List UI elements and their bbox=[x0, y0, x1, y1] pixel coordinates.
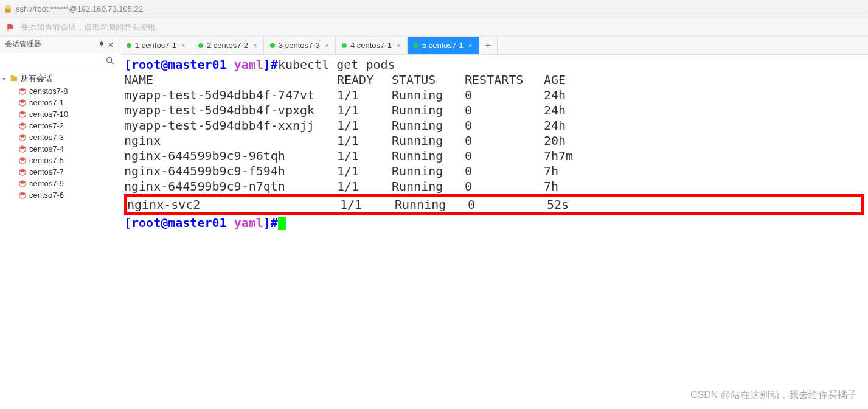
status-dot-icon bbox=[198, 43, 203, 48]
cell-restarts: 0 bbox=[468, 197, 547, 212]
cell-name: nginx-644599b9c9-96tqh bbox=[124, 149, 337, 164]
table-row: nginx-644599b9c9-96tqh1/1Running07h7m bbox=[124, 149, 864, 164]
status-dot-icon bbox=[270, 43, 275, 48]
cell-age: 24h bbox=[544, 118, 864, 133]
tab[interactable]: 4 centos7-1× bbox=[336, 37, 408, 54]
session-icon bbox=[18, 145, 27, 153]
tab-bar: 1 centos7-1×2 centos7-2×3 centos7-3×4 ce… bbox=[120, 37, 868, 55]
cell-ready: 1/1 bbox=[337, 164, 392, 179]
tab-close-icon[interactable]: × bbox=[325, 41, 329, 50]
cell-status: Running bbox=[392, 133, 465, 149]
session-label: centos7-4 bbox=[29, 144, 64, 153]
tab[interactable]: 5 centos7-1× bbox=[408, 37, 479, 54]
session-label: centso7-6 bbox=[29, 191, 64, 200]
session-item[interactable]: censtos7-8 bbox=[0, 85, 120, 97]
cell-status: Running bbox=[392, 164, 465, 179]
tree-root[interactable]: ▾ 所有会话 bbox=[0, 72, 120, 85]
tab-close-icon[interactable]: × bbox=[181, 41, 186, 50]
session-item[interactable]: centos7-3 bbox=[0, 131, 120, 143]
svg-point-0 bbox=[107, 57, 112, 62]
tab-label: 1 centos7-1 bbox=[135, 41, 176, 50]
session-item[interactable]: centos7-10 bbox=[0, 108, 120, 120]
table-row: nginx-644599b9c9-f594h1/1Running07h bbox=[124, 164, 864, 179]
status-dot-icon bbox=[414, 43, 418, 48]
session-icon bbox=[18, 122, 27, 130]
session-icon bbox=[18, 168, 27, 177]
svg-line-1 bbox=[111, 61, 114, 64]
cell-ready: 1/1 bbox=[337, 103, 392, 118]
cell-name: nginx-svc2 bbox=[127, 197, 340, 212]
session-label: centos7-10 bbox=[29, 110, 68, 119]
prompt-line: [root@master01 yaml]#kubectl get pods bbox=[124, 57, 864, 72]
titlebar-text: ssh://root:******@192.168.73.105:22 bbox=[16, 4, 143, 13]
cell-status: Running bbox=[392, 88, 465, 103]
session-icon bbox=[18, 87, 27, 96]
cell-restarts: 0 bbox=[465, 149, 544, 164]
table-header-row: NAMEREADYSTATUSRESTARTSAGE bbox=[124, 72, 864, 88]
cell-ready: 1/1 bbox=[337, 118, 392, 133]
tab-label: 2 centos7-2 bbox=[207, 41, 248, 50]
cell-ready: 1/1 bbox=[337, 179, 392, 194]
tab-close-icon[interactable]: × bbox=[253, 41, 257, 50]
session-icon bbox=[18, 191, 27, 200]
session-item[interactable]: centos7-9 bbox=[0, 178, 120, 189]
folder-icon bbox=[10, 74, 18, 83]
lock-icon bbox=[4, 5, 12, 13]
cell-name: myapp-test-5d94dbb4f-vpxgk bbox=[124, 103, 337, 118]
session-item[interactable]: centos7-7 bbox=[0, 166, 120, 178]
header-ready: READY bbox=[337, 72, 392, 88]
header-age: AGE bbox=[544, 72, 864, 88]
sidebar-header: 会话管理器 ✕ bbox=[0, 37, 120, 52]
tree-toggle-icon[interactable]: ▾ bbox=[2, 75, 9, 82]
tab[interactable]: 1 centos7-1× bbox=[120, 37, 192, 54]
cell-status: Running bbox=[395, 197, 468, 212]
session-icon bbox=[18, 156, 27, 165]
tab[interactable]: 3 centos7-3× bbox=[264, 37, 336, 54]
session-item[interactable]: centso7-6 bbox=[0, 189, 120, 201]
session-item[interactable]: centos7-5 bbox=[0, 155, 120, 166]
cell-name: myapp-test-5d94dbb4f-xxnjj bbox=[124, 118, 337, 133]
cell-age: 52s bbox=[547, 197, 861, 212]
cell-restarts: 0 bbox=[465, 88, 544, 103]
pin-icon[interactable] bbox=[98, 41, 105, 48]
table-row: myapp-test-5d94dbb4f-vpxgk1/1Running024h bbox=[124, 103, 864, 118]
toolbar-hint: 要添加当前会话，点击左侧的箭头按钮。 bbox=[21, 22, 163, 33]
cell-restarts: 0 bbox=[465, 118, 544, 133]
close-icon[interactable]: ✕ bbox=[108, 41, 115, 48]
table-row: myapp-test-5d94dbb4f-xxnjj1/1Running024h bbox=[124, 118, 864, 133]
session-item[interactable]: centos7-1 bbox=[0, 97, 120, 108]
cell-status: Running bbox=[392, 179, 465, 194]
session-label: censtos7-8 bbox=[29, 86, 68, 96]
search-icon[interactable] bbox=[105, 56, 115, 66]
header-status: STATUS bbox=[392, 72, 465, 88]
session-item[interactable]: centos7-4 bbox=[0, 143, 120, 155]
cell-restarts: 0 bbox=[465, 164, 544, 179]
cell-age: 7h bbox=[544, 164, 864, 179]
cell-age: 7h bbox=[544, 179, 864, 194]
session-icon bbox=[18, 180, 27, 188]
cell-age: 7h7m bbox=[544, 149, 864, 164]
tab-close-icon[interactable]: × bbox=[468, 41, 473, 50]
session-label: centos7-9 bbox=[29, 179, 64, 188]
session-item[interactable]: centos7-2 bbox=[0, 120, 120, 131]
tree-root-label: 所有会话 bbox=[21, 73, 52, 84]
table-row: nginx1/1Running020h bbox=[124, 133, 864, 149]
table-row: nginx-svc21/1Running052s bbox=[124, 194, 864, 215]
new-tab-button[interactable]: + bbox=[479, 37, 498, 54]
cell-ready: 1/1 bbox=[337, 88, 392, 103]
cell-name: nginx bbox=[124, 133, 337, 149]
cell-ready: 1/1 bbox=[340, 197, 395, 212]
terminal[interactable]: [root@master01 yaml]#kubectl get pods NA… bbox=[120, 55, 868, 409]
cell-status: Running bbox=[392, 103, 465, 118]
sidebar-search-row bbox=[0, 52, 120, 69]
session-icon bbox=[18, 99, 27, 107]
status-dot-icon bbox=[127, 43, 131, 48]
header-restarts: RESTARTS bbox=[465, 72, 544, 88]
session-label: centos7-3 bbox=[29, 133, 64, 142]
table-row: nginx-644599b9c9-n7qtn1/1Running07h bbox=[124, 179, 864, 194]
session-manager-sidebar: 会话管理器 ✕ ▾ 所有会话 censtos7-8centos7-1centos… bbox=[0, 37, 120, 409]
tab[interactable]: 2 centos7-2× bbox=[192, 37, 264, 54]
session-label: centos7-2 bbox=[29, 121, 64, 130]
tab-close-icon[interactable]: × bbox=[397, 41, 401, 50]
prompt-line-idle: [root@master01 yaml]# bbox=[124, 215, 864, 231]
